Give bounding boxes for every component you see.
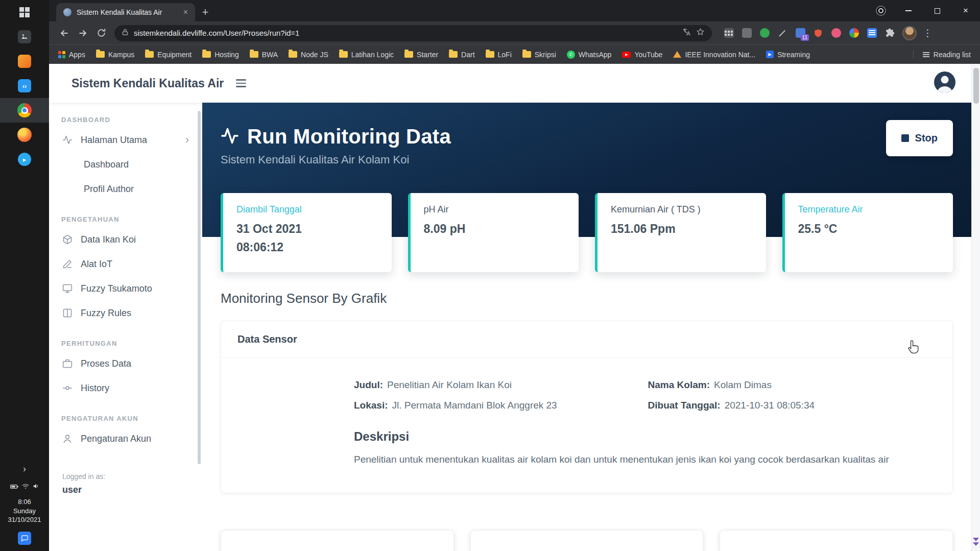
forward-button[interactable] bbox=[74, 24, 92, 42]
reading-list-button[interactable]: Reading list bbox=[913, 51, 971, 59]
extension-puzzle-icon[interactable] bbox=[884, 28, 895, 39]
stat-label: pH Air bbox=[424, 204, 566, 215]
bookmark-ieee[interactable]: IEEE Innovation Nat... bbox=[673, 51, 755, 59]
browser-menu-icon[interactable]: ⋮ bbox=[923, 27, 933, 39]
url-text[interactable]: sistemkendali.devliffe.com/User/Proses/r… bbox=[134, 29, 677, 37]
user-avatar[interactable] bbox=[934, 71, 956, 95]
bookmark-starter[interactable]: Starter bbox=[404, 51, 438, 59]
sidebar-item-history[interactable]: History bbox=[49, 376, 202, 400]
bookmark-lofi[interactable]: LoFi bbox=[486, 51, 512, 59]
extension-badge: 11 bbox=[801, 34, 809, 41]
whatsapp-icon: ✆ bbox=[567, 51, 575, 59]
new-tab-button[interactable]: + bbox=[195, 3, 216, 21]
field-judul: Judul:Penelitian Air Kolam Ikan Koi bbox=[354, 379, 648, 391]
taskbar-app-photos[interactable] bbox=[0, 25, 49, 49]
next-cards-row bbox=[221, 530, 953, 551]
sidebar: DASHBOARD Halaman Utama › Dashboard Prof… bbox=[49, 103, 202, 551]
browser-tab[interactable]: Sistem Kendali Kualitas Air × bbox=[56, 3, 195, 21]
sidebar-item-fuzzy-rules[interactable]: Fuzzy Rules bbox=[49, 301, 202, 325]
sidebar-item-halaman-utama[interactable]: Halaman Utama › bbox=[49, 128, 202, 152]
tab-close-icon[interactable]: × bbox=[181, 8, 190, 17]
close-button[interactable]: × bbox=[951, 0, 980, 21]
maximize-button[interactable] bbox=[923, 0, 951, 21]
ieee-icon bbox=[673, 51, 681, 58]
extension-shield-icon[interactable] bbox=[812, 28, 824, 39]
extension-badged-icon[interactable]: 11 bbox=[795, 28, 806, 39]
folder-icon bbox=[289, 51, 297, 58]
stat-value: 151.06 Ppm bbox=[611, 220, 753, 238]
folder-icon bbox=[96, 51, 105, 58]
translate-icon[interactable] bbox=[682, 28, 691, 38]
extension-pin-icon[interactable] bbox=[830, 28, 842, 39]
bookmark-youtube[interactable]: ▶YouTube bbox=[622, 51, 662, 59]
description-text: Penelitian untuk menentukan kualitas air… bbox=[354, 452, 903, 467]
taskbar-app-chrome[interactable] bbox=[0, 98, 49, 123]
taskbar-app-vscode[interactable]: ‹› bbox=[0, 74, 49, 98]
extension-green-icon[interactable] bbox=[759, 28, 770, 39]
clock-day: Sunday bbox=[8, 507, 41, 516]
sidebar-item-fuzzy-tsukamoto[interactable]: Fuzzy Tsukamoto bbox=[49, 276, 202, 301]
wifi-icon[interactable] bbox=[22, 482, 29, 491]
taskbar-app-mail[interactable] bbox=[0, 49, 49, 74]
extension-pencil-icon[interactable] bbox=[777, 28, 788, 39]
sidebar-toggle-icon[interactable] bbox=[236, 79, 246, 87]
bookmark-equipment[interactable]: Equipment bbox=[145, 51, 192, 59]
scrollbar-thumb[interactable] bbox=[973, 68, 979, 104]
browser-toolbar: sistemkendali.devliffe.com/User/Proses/r… bbox=[49, 21, 980, 44]
back-button[interactable] bbox=[55, 24, 74, 42]
reading-list-icon bbox=[923, 51, 929, 58]
page-scrollbar[interactable] bbox=[971, 64, 980, 551]
address-bar[interactable]: sistemkendali.devliffe.com/User/Proses/r… bbox=[114, 25, 712, 41]
chat-icon[interactable] bbox=[18, 532, 31, 545]
sidebar-section-pengaturan-akun: PENGATURAN AKUN bbox=[49, 415, 202, 422]
columns-icon bbox=[62, 308, 73, 318]
scroll-down-indicator[interactable] bbox=[972, 537, 980, 547]
stop-button[interactable]: Stop bbox=[886, 120, 953, 156]
recording-indicator-icon[interactable] bbox=[876, 6, 886, 16]
minimize-button[interactable] bbox=[894, 0, 923, 21]
extension-keyboard-icon[interactable] bbox=[723, 28, 734, 39]
sidebar-item-alat-iot[interactable]: Alat IoT bbox=[49, 252, 202, 276]
folder-icon bbox=[486, 51, 494, 58]
extension-docs-icon[interactable] bbox=[866, 28, 877, 39]
stat-label: Kemurnian Air ( TDS ) bbox=[611, 204, 753, 215]
sidebar-item-dashboard[interactable]: Dashboard bbox=[49, 152, 202, 177]
bookmark-hosting[interactable]: Hosting bbox=[202, 51, 238, 59]
activity-icon bbox=[62, 135, 73, 145]
bookmark-streaming[interactable]: ▶Streaming bbox=[766, 51, 810, 59]
data-sensor-card-header[interactable]: Data Sensor bbox=[221, 321, 952, 358]
tab-title: Sistem Kendali Kualitas Air bbox=[77, 8, 176, 16]
bookmark-bwa[interactable]: BWA bbox=[250, 51, 278, 59]
sidebar-item-proses-data[interactable]: Proses Data bbox=[49, 351, 202, 376]
bookmark-skripsi[interactable]: Skripsi bbox=[522, 51, 556, 59]
bookmark-latihan-logic[interactable]: Latihan Logic bbox=[339, 51, 394, 59]
reload-button[interactable] bbox=[92, 24, 110, 42]
windows-logo-icon bbox=[19, 7, 30, 17]
bookmark-whatsapp[interactable]: ✆WhatsApp bbox=[567, 51, 612, 59]
bookmark-kampus[interactable]: Kampus bbox=[96, 51, 134, 59]
taskbar-app-telegram[interactable]: ▸ bbox=[0, 147, 49, 172]
battery-icon[interactable] bbox=[10, 482, 18, 491]
sidebar-item-pengaturan-akun[interactable]: Pengaturan Akun bbox=[49, 426, 202, 451]
extension-grid-icon[interactable] bbox=[741, 28, 752, 39]
sidebar-item-data-ikan-koi[interactable]: Data Ikan Koi bbox=[49, 227, 202, 252]
sidebar-item-profil-author[interactable]: Profil Author bbox=[49, 177, 202, 201]
app-header: Sistem Kendali Kualitas Air bbox=[49, 64, 971, 103]
profile-avatar[interactable] bbox=[902, 26, 917, 40]
bookmark-dart[interactable]: Dart bbox=[449, 51, 474, 59]
folder-icon bbox=[339, 51, 348, 58]
sidebar-scrollbar[interactable] bbox=[198, 111, 201, 464]
taskbar-app-firefox[interactable] bbox=[0, 123, 49, 147]
sidebar-section-pengetahuan: PENGETAHUAN bbox=[49, 215, 202, 223]
partial-card bbox=[470, 530, 704, 551]
bookmark-star-icon[interactable] bbox=[696, 28, 705, 38]
bookmark-nodejs[interactable]: Node JS bbox=[289, 51, 328, 59]
page-subtitle: Sistem Kendali Kualitas Air Kolam Koi bbox=[221, 153, 953, 166]
bookmark-apps[interactable]: Apps bbox=[58, 51, 85, 59]
volume-icon[interactable] bbox=[33, 482, 39, 491]
start-button[interactable] bbox=[0, 0, 49, 25]
stat-value: 8.09 pH bbox=[424, 220, 566, 238]
extension-color-ring-icon[interactable] bbox=[848, 28, 859, 39]
taskbar-expand-icon[interactable]: › bbox=[23, 464, 26, 479]
clock[interactable]: 8:06 Sunday 31/10/2021 bbox=[8, 497, 41, 524]
